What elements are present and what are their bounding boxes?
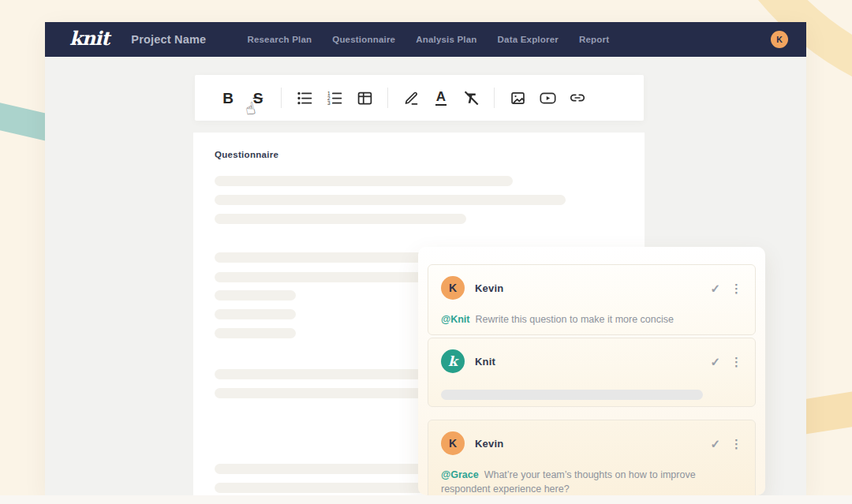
document-title: Questionnaire <box>215 150 278 159</box>
kebab-menu-icon[interactable]: ⋮ <box>731 282 742 294</box>
comment-body: @KnitRewrite this question to make it mo… <box>441 312 727 327</box>
comment-author: Knit <box>475 356 495 368</box>
highlight-pen-button[interactable] <box>398 84 424 111</box>
text-skeleton-line <box>215 328 296 338</box>
app-window: knit Project Name Research Plan Question… <box>45 22 806 495</box>
bullet-list-icon <box>297 90 313 106</box>
comment-card[interactable]: k Knit ✓ ⋮ <box>428 338 756 407</box>
comment-author: Kevin <box>475 438 503 450</box>
nav-item-report[interactable]: Report <box>579 35 609 44</box>
nav-item-analysis-plan[interactable]: Analysis Plan <box>416 35 476 44</box>
user-avatar[interactable]: K <box>771 31 788 48</box>
clear-formatting-icon <box>463 90 480 106</box>
resolve-check-icon[interactable]: ✓ <box>710 356 720 368</box>
bold-button[interactable]: B <box>215 84 241 111</box>
comment-text: Rewrite this question to make it more co… <box>476 314 674 325</box>
text-skeleton-line <box>215 176 513 186</box>
toolbar-divider <box>494 88 495 108</box>
editor-toolbar: B S 1 2 3 <box>195 75 644 121</box>
nav-links: Research Plan Questionnaire Analysis Pla… <box>247 35 609 44</box>
mention-link[interactable]: @Grace <box>441 469 479 480</box>
image-icon <box>510 90 526 106</box>
text-skeleton-line <box>215 290 296 301</box>
insert-image-button[interactable] <box>504 84 531 111</box>
table-button[interactable] <box>351 84 378 111</box>
comment-skeleton-line <box>441 390 703 400</box>
text-skeleton-line <box>215 309 296 319</box>
text-skeleton-line <box>215 195 566 205</box>
comment-text: What’re your team’s thoughts on how to i… <box>441 469 696 495</box>
text-skeleton-line <box>215 214 466 224</box>
numbered-list-icon: 1 2 3 <box>327 90 343 106</box>
comment-card[interactable]: K Kevin ✓ ⋮ @KnitRewrite this question t… <box>428 264 756 335</box>
comment-body: @GraceWhat’re your team’s thoughts on ho… <box>441 468 727 495</box>
pencil-icon <box>403 90 420 106</box>
insert-link-button[interactable] <box>564 84 591 111</box>
nav-item-research-plan[interactable]: Research Plan <box>247 35 312 44</box>
table-icon <box>357 90 373 106</box>
comment-header: K Kevin ✓ ⋮ <box>441 276 742 300</box>
comment-author: Kevin <box>475 282 503 294</box>
resolve-check-icon[interactable]: ✓ <box>710 438 720 450</box>
comment-card[interactable]: K Kevin ✓ ⋮ @GraceWhat’re your team’s th… <box>428 420 756 495</box>
bullet-list-button[interactable] <box>291 84 318 111</box>
comments-panel: K Kevin ✓ ⋮ @KnitRewrite this question t… <box>418 247 765 495</box>
knit-logo: knit <box>69 29 109 50</box>
comment-header: k Knit ✓ ⋮ <box>441 349 742 373</box>
text-color-button[interactable]: A <box>428 84 454 111</box>
numbered-list-button[interactable]: 1 2 3 <box>321 84 348 111</box>
nav-item-data-explorer[interactable]: Data Explorer <box>498 35 559 44</box>
page-background: knit Project Name Research Plan Question… <box>0 0 852 504</box>
link-icon <box>569 89 586 106</box>
resolve-check-icon[interactable]: ✓ <box>710 282 720 294</box>
knit-bot-avatar: k <box>441 349 465 373</box>
nav-item-questionnaire[interactable]: Questionnaire <box>332 35 395 44</box>
comment-header: K Kevin ✓ ⋮ <box>441 431 742 455</box>
project-name: Project Name <box>131 33 206 46</box>
video-icon <box>539 90 557 106</box>
insert-video-button[interactable] <box>534 84 561 111</box>
svg-text:3: 3 <box>327 100 331 106</box>
mention-link[interactable]: @Knit <box>441 314 470 325</box>
avatar: K <box>441 431 465 455</box>
bottom-edge-strip <box>0 495 852 504</box>
top-nav-bar: knit Project Name Research Plan Question… <box>45 22 806 57</box>
toolbar-divider <box>387 88 388 108</box>
toolbar-divider <box>281 88 282 108</box>
clear-formatting-button[interactable] <box>458 84 484 111</box>
avatar: K <box>441 276 465 300</box>
kebab-menu-icon[interactable]: ⋮ <box>731 438 742 450</box>
kebab-menu-icon[interactable]: ⋮ <box>731 356 742 368</box>
